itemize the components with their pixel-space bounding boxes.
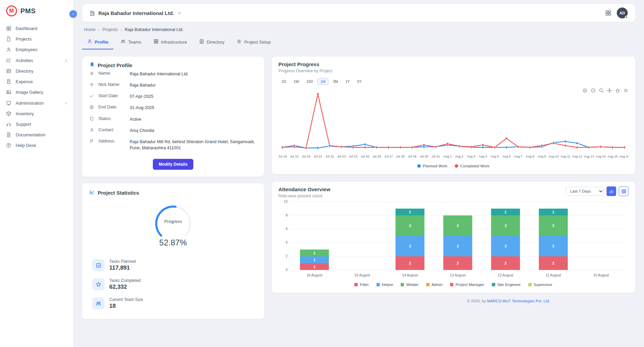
sidebar-item-activities[interactable]: Activities › — [0, 55, 73, 66]
range-1d-button[interactable]: 1D — [278, 78, 289, 85]
table-view-button[interactable] — [619, 186, 628, 196]
field-label: Start Date: — [98, 93, 130, 98]
range-1y-button[interactable]: 1Y — [342, 78, 353, 85]
legend-item-welder[interactable]: Welder — [401, 283, 418, 287]
date-range-select[interactable]: Last 7 Days — [566, 187, 604, 196]
svg-text:Jul 18: Jul 18 — [278, 154, 287, 158]
svg-text:Aug 1: Aug 1 — [443, 154, 452, 158]
svg-text:15 August: 15 August — [354, 273, 370, 277]
sidebar-item-employees[interactable]: Employees — [0, 44, 73, 55]
svg-text:3: 3 — [457, 244, 459, 248]
svg-text:1: 1 — [504, 210, 506, 214]
chart-subtitle: Role-wise present count — [278, 194, 331, 198]
directory-icon — [6, 69, 11, 74]
range-15d-button[interactable]: 15D — [303, 78, 316, 85]
sidebar-item-directory[interactable]: Directory — [0, 66, 73, 76]
legend-item-supervisor[interactable]: Supervisor — [528, 283, 552, 287]
legend-item-project-manager[interactable]: Project Manager — [450, 283, 484, 287]
pan-icon[interactable] — [607, 88, 612, 93]
apps-grid-icon[interactable] — [605, 10, 611, 16]
svg-text:Aug 9: Aug 9 — [538, 154, 546, 158]
tab-teams[interactable]: Teams — [115, 35, 146, 49]
svg-text:Jul 25: Jul 25 — [361, 154, 369, 158]
sidebar-item-documentation[interactable]: Documentation — [0, 130, 73, 140]
home-reset-icon[interactable] — [615, 88, 620, 93]
legend-item-fitter[interactable]: Fitter — [354, 283, 369, 287]
svg-text:Jul 24: Jul 24 — [349, 154, 357, 158]
attendance-bar-chart[interactable]: 024681016 August11115 August14 August233… — [278, 198, 628, 282]
tab-label: Profile — [95, 40, 108, 45]
svg-text:2: 2 — [552, 261, 554, 265]
svg-text:Aug 7: Aug 7 — [514, 154, 522, 158]
tab-directory[interactable]: Directory — [194, 35, 229, 49]
sidebar-item-dashboard[interactable]: Dashboard — [0, 23, 73, 34]
legend-item-completed-work[interactable]: Completed Work — [455, 164, 489, 168]
zoom-in-icon[interactable] — [582, 88, 587, 93]
breadcrumb-home[interactable]: Home — [84, 27, 95, 32]
app-root: M PMS Dashboard Projects Employees Activ… — [0, 0, 644, 347]
chart-subtitle: Progress Overview by Project — [278, 69, 628, 73]
bar-chart-view-button[interactable] — [607, 186, 616, 196]
stat-current-team-size: Current Team Size 18 — [92, 297, 257, 310]
legend-item-helper[interactable]: Helper — [376, 283, 393, 287]
company-link[interactable]: MARCO AIoT Technologies Pvt. Ltd. — [487, 299, 550, 303]
support-icon — [6, 122, 11, 127]
svg-text:Aug 5: Aug 5 — [490, 154, 499, 158]
modify-details-button[interactable]: Modify Details — [153, 159, 193, 170]
sidebar-item-help-desk[interactable]: Help Desk — [0, 140, 73, 151]
range-1m-button[interactable]: 1M — [317, 78, 328, 85]
company-name: Raja Bahadur International Ltd. — [98, 10, 174, 16]
zoom-out-icon[interactable] — [591, 88, 596, 93]
sidebar-collapse-button[interactable]: ‹ — [69, 10, 77, 18]
svg-text:Aug 15: Aug 15 — [608, 154, 618, 158]
legend-item-planned-work[interactable]: Planned Work — [417, 164, 447, 168]
svg-text:0: 0 — [286, 268, 288, 272]
sidebar-item-inventory[interactable]: Inventory — [0, 108, 73, 119]
range-3m-button[interactable]: 3M — [330, 78, 341, 85]
sidebar-item-label: Documentation — [16, 132, 45, 137]
range-1w-button[interactable]: 1W — [290, 78, 302, 85]
breadcrumb-projects[interactable]: Projects — [102, 27, 118, 32]
svg-text:Aug 2: Aug 2 — [455, 154, 464, 158]
svg-text:1: 1 — [313, 251, 316, 255]
footer: © 2025, by MARCO AIoT Technologies Pvt. … — [272, 296, 635, 306]
tab-infrastructure[interactable]: Infrastructure — [148, 35, 192, 49]
svg-text:Jul 23: Jul 23 — [337, 154, 346, 158]
field-start-date: Start Date: 07-Apr-2025 — [90, 91, 257, 102]
sidebar-item-label: Image Gallery — [16, 90, 43, 95]
legend-item-admin[interactable]: Admin — [426, 283, 443, 287]
sidebar-item-administration[interactable]: Administration › — [0, 97, 73, 108]
menu-icon[interactable] — [623, 88, 628, 93]
range-5y-button[interactable]: 5Y — [354, 78, 365, 85]
field-value: Anuj Chordia — [130, 127, 257, 134]
avatar-initials: AD — [619, 11, 625, 15]
employees-icon — [6, 47, 11, 52]
sidebar: M PMS Dashboard Projects Employees Activ… — [0, 0, 73, 347]
svg-text:12 August: 12 August — [498, 273, 513, 277]
sidebar-item-image-gallery[interactable]: Image Gallery — [0, 87, 73, 97]
company-selector[interactable]: Raja Bahadur International Ltd. — [90, 10, 182, 16]
projects-icon — [6, 36, 11, 42]
svg-text:16 August: 16 August — [307, 273, 322, 277]
sidebar-item-projects[interactable]: Projects — [0, 34, 73, 44]
zoom-selection-icon[interactable] — [599, 88, 604, 93]
svg-text:2: 2 — [457, 261, 459, 265]
inventory-icon — [6, 111, 11, 116]
svg-text:14 August: 14 August — [402, 273, 418, 277]
tab-project-setup[interactable]: Project Setup — [231, 35, 276, 49]
svg-text:3: 3 — [457, 224, 459, 228]
svg-text:Aug 11: Aug 11 — [560, 154, 570, 158]
legend-item-site-engineer[interactable]: Site Engineer — [492, 283, 521, 287]
svg-text:Aug 4: Aug 4 — [479, 154, 487, 158]
chart-line-icon — [90, 190, 95, 196]
sidebar-item-expense[interactable]: Expense — [0, 76, 73, 87]
sidebar-item-support[interactable]: Support — [0, 119, 73, 130]
tab-profile[interactable]: Profile — [82, 35, 113, 49]
person-icon — [90, 127, 98, 133]
stat-list: Tasks Planned 117,891 Tasks Completed 62… — [90, 259, 257, 310]
app-logo[interactable]: M PMS — [0, 0, 73, 21]
svg-text:3: 3 — [409, 224, 411, 228]
user-avatar[interactable]: AD — [617, 7, 628, 18]
project-progress-line-chart[interactable]: Jul 18Jul 19Jul 20Jul 21Jul 22Jul 23Jul … — [278, 85, 628, 163]
svg-text:4: 4 — [286, 241, 288, 244]
